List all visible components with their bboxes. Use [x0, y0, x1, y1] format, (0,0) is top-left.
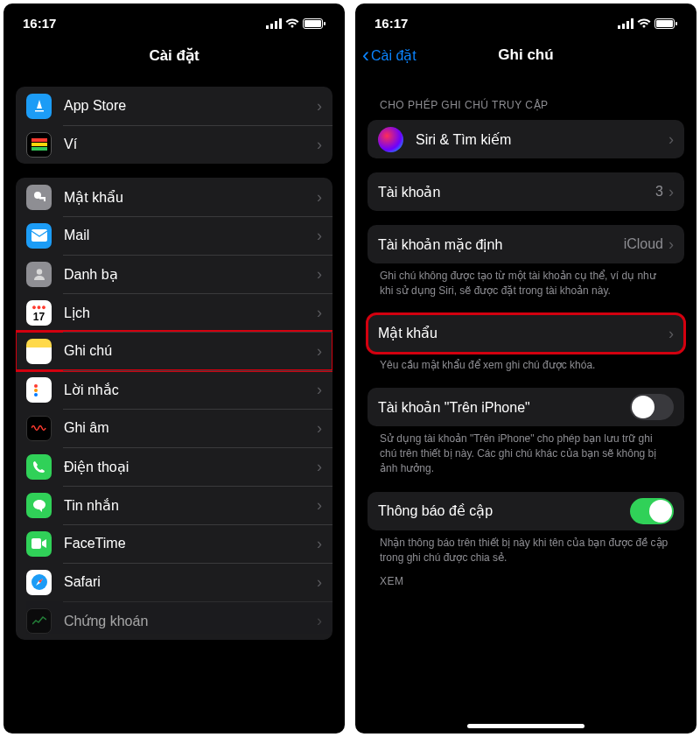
svg-point-17: [34, 393, 38, 397]
svg-rect-22: [626, 21, 629, 29]
group-default-account: Tài khoản mặc định iCloud ›: [368, 225, 684, 263]
group-accounts: Tài khoản 3 ›: [368, 172, 684, 211]
row-label: Ví: [64, 137, 317, 152]
chevron-left-icon: ‹: [362, 50, 369, 60]
key-icon: [26, 185, 52, 210]
svg-rect-20: [618, 25, 620, 29]
status-bar: 16:17: [4, 4, 345, 36]
row-password[interactable]: Mật khẩu ›: [368, 314, 684, 353]
settings-group-store: App Store › Ví ›: [16, 87, 332, 164]
row-label: Tài khoản: [378, 184, 655, 200]
svg-rect-21: [622, 24, 625, 29]
group-password: Mật khẩu ›: [368, 314, 684, 353]
mail-icon: [26, 223, 52, 249]
wifi-icon: [285, 18, 299, 29]
home-indicator[interactable]: [467, 724, 584, 728]
chevron-right-icon: ›: [317, 266, 322, 282]
row-label: App Store: [64, 98, 317, 114]
svg-rect-1: [270, 24, 273, 29]
row-calendar[interactable]: ●●●17 Lịch ›: [16, 293, 332, 332]
svg-rect-6: [324, 22, 326, 25]
row-mail[interactable]: Mail ›: [16, 216, 332, 255]
row-label: Ghi chú: [64, 343, 317, 359]
battery-icon: [654, 18, 677, 29]
battery-icon: [303, 18, 326, 29]
svg-point-16: [34, 389, 38, 392]
row-value: iCloud: [624, 236, 663, 252]
row-contacts[interactable]: Danh bạ ›: [16, 255, 332, 293]
svg-rect-7: [32, 138, 47, 142]
chevron-right-icon: ›: [317, 343, 322, 359]
row-on-iphone-toggle[interactable]: Tài khoản "Trên iPhone": [368, 388, 684, 426]
row-phone[interactable]: Điện thoại ›: [16, 447, 332, 486]
toggle-on-iphone[interactable]: [630, 394, 674, 420]
svg-rect-13: [32, 229, 47, 242]
row-value: 3: [655, 184, 663, 200]
svg-rect-8: [32, 143, 47, 146]
chevron-right-icon: ›: [317, 305, 322, 320]
chevron-right-icon: ›: [317, 536, 322, 551]
status-indicators: [618, 18, 677, 29]
chevron-right-icon: ›: [317, 420, 322, 436]
svg-rect-23: [631, 18, 634, 29]
notes-icon: [26, 339, 52, 364]
chevron-right-icon: ›: [317, 574, 322, 590]
row-wallet[interactable]: Ví ›: [16, 125, 332, 164]
row-facetime[interactable]: FaceTime ›: [16, 524, 332, 563]
settings-screen: 16:17 Cài đặt App Store › Ví › Mật: [4, 4, 345, 733]
chevron-right-icon: ›: [668, 184, 674, 200]
group-mention: Thông báo đề cập: [368, 492, 684, 530]
svg-rect-9: [32, 147, 47, 151]
row-mention-toggle[interactable]: Thông báo đề cập: [368, 492, 684, 530]
voicememos-icon: [26, 416, 52, 441]
chevron-right-icon: ›: [317, 137, 322, 152]
chevron-right-icon: ›: [317, 98, 322, 114]
row-voice-memos[interactable]: Ghi âm ›: [16, 409, 332, 447]
chevron-right-icon: ›: [317, 382, 322, 397]
reminders-icon: [26, 377, 52, 403]
chevron-right-icon: ›: [668, 326, 674, 341]
row-stocks[interactable]: Chứng khoán ›: [16, 601, 332, 640]
notes-settings-list[interactable]: CHO PHÉP GHI CHÚ TRUY CẬP Siri & Tìm kiế…: [355, 83, 696, 733]
status-indicators: [266, 18, 326, 29]
settings-group-apps: Mật khẩu › Mail › Danh bạ › ●●●17 Lịch ›…: [16, 178, 332, 640]
row-reminders[interactable]: Lời nhắc ›: [16, 370, 332, 409]
contacts-icon: [26, 262, 52, 287]
row-label: Mật khẩu: [64, 189, 317, 206]
chevron-right-icon: ›: [317, 459, 322, 474]
chevron-right-icon: ›: [317, 189, 322, 205]
row-notes[interactable]: Ghi chú ›: [16, 332, 332, 370]
appstore-icon: [26, 94, 52, 119]
back-button[interactable]: ‹ Cài đặt: [362, 47, 416, 64]
footer-mention: Nhận thông báo trên thiết bị này khi tên…: [368, 530, 684, 567]
row-accounts[interactable]: Tài khoản 3 ›: [368, 172, 684, 211]
row-siri-search[interactable]: Siri & Tìm kiếm ›: [368, 120, 684, 158]
status-bar: 16:17: [355, 4, 696, 36]
toggle-mention[interactable]: [630, 498, 674, 524]
chevron-right-icon: ›: [668, 236, 674, 252]
row-safari[interactable]: Safari ›: [16, 563, 332, 601]
row-passwords[interactable]: Mật khẩu ›: [16, 178, 332, 216]
chevron-right-icon: ›: [317, 613, 322, 628]
row-default-account[interactable]: Tài khoản mặc định iCloud ›: [368, 225, 684, 263]
row-app-store[interactable]: App Store ›: [16, 87, 332, 125]
svg-rect-3: [279, 18, 282, 29]
row-messages[interactable]: Tin nhắn ›: [16, 486, 332, 524]
row-label: Tin nhắn: [64, 497, 317, 514]
row-label: Ghi âm: [64, 420, 317, 436]
svg-rect-5: [304, 20, 321, 27]
page-title: Cài đặt: [149, 46, 199, 65]
section-header-view: XEM: [368, 566, 684, 593]
row-label: Tài khoản mặc định: [378, 236, 624, 253]
svg-rect-26: [676, 22, 677, 25]
svg-point-14: [36, 269, 41, 274]
footer-default-account: Ghi chú không được tạo từ một tài khoản …: [368, 263, 684, 300]
wifi-icon: [637, 18, 651, 29]
group-siri: Siri & Tìm kiếm ›: [368, 120, 684, 158]
calendar-icon: ●●●17: [26, 300, 52, 326]
settings-list[interactable]: App Store › Ví › Mật khẩu › Mail ›: [4, 83, 345, 733]
svg-rect-2: [275, 21, 277, 29]
row-label: Safari: [64, 574, 317, 590]
svg-rect-0: [266, 25, 269, 29]
facetime-icon: [26, 531, 52, 557]
